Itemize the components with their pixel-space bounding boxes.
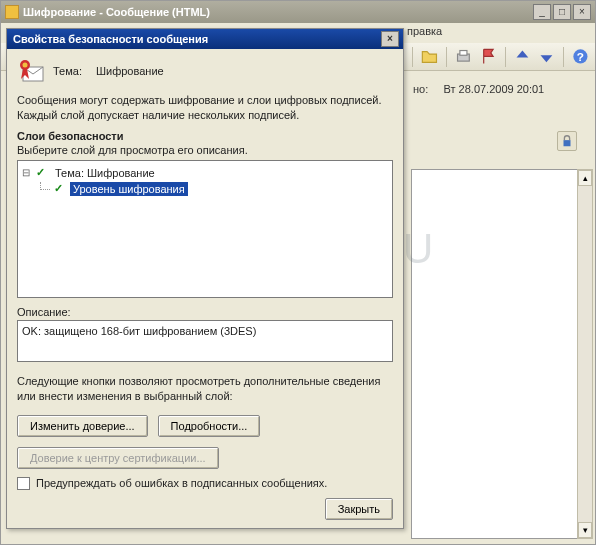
minimize-button[interactable]: _ (533, 4, 551, 20)
toolbar-separator (505, 47, 506, 67)
scroll-up-button[interactable]: ▴ (578, 170, 592, 186)
main-titlebar: Шифрование - Сообщение (HTML) _ □ × (1, 1, 595, 23)
scroll-down-button[interactable]: ▾ (578, 522, 592, 538)
date-value: Вт 28.07.2009 20:01 (444, 83, 545, 95)
checkmark-icon: ✓ (54, 182, 66, 195)
down-arrow-icon[interactable] (536, 46, 557, 68)
warn-errors-label: Предупреждать об ошибках в подписанных с… (36, 477, 327, 489)
dialog-info-text: Сообщения могут содержать шифрование и с… (17, 93, 393, 124)
tree-child-node[interactable]: ✓ Уровень шифрования (40, 181, 388, 197)
ribbon-envelope-icon (17, 57, 45, 85)
tree-root-node[interactable]: ⊟ ✓ Тема: Шифрование (22, 165, 388, 181)
help-icon[interactable]: ? (570, 46, 591, 68)
tree-expander-icon[interactable]: ⊟ (22, 167, 32, 178)
layers-instruction: Выберите слой для просмотра его описания… (17, 144, 393, 156)
lock-icon[interactable] (557, 131, 577, 151)
up-arrow-icon[interactable] (512, 46, 533, 68)
security-layers-tree[interactable]: ⊟ ✓ Тема: Шифрование ✓ Уровень шифровани… (17, 160, 393, 298)
security-properties-dialog: Свойства безопасности сообщения × Тема: … (6, 28, 404, 529)
checkmark-icon: ✓ (36, 166, 48, 179)
tree-connector-icon (40, 182, 50, 190)
dialog-close-button[interactable]: × (381, 31, 399, 47)
mail-app-icon (5, 5, 19, 19)
vertical-scrollbar[interactable]: ▴ ▾ (577, 169, 593, 539)
maximize-button[interactable]: □ (553, 4, 571, 20)
toolbar-separator (412, 47, 413, 67)
tema-label: Тема: (53, 65, 82, 77)
details-button[interactable]: Подробности... (158, 415, 261, 437)
main-window-title: Шифрование - Сообщение (HTML) (23, 6, 533, 18)
tree-child-label: Уровень шифрования (70, 182, 188, 196)
close-window-button[interactable]: × (573, 4, 591, 20)
change-trust-button[interactable]: Изменить доверие... (17, 415, 148, 437)
dialog-title: Свойства безопасности сообщения (13, 33, 381, 45)
warn-errors-checkbox[interactable] (17, 477, 30, 490)
tema-value: Шифрование (96, 65, 164, 77)
toolbar-separator (446, 47, 447, 67)
dialog-titlebar: Свойства безопасности сообщения × (7, 29, 403, 49)
description-label: Описание: (17, 306, 393, 318)
date-label: но: (413, 83, 428, 95)
reading-pane (411, 169, 587, 539)
folder-icon[interactable] (419, 46, 440, 68)
print-icon[interactable] (453, 46, 474, 68)
menu-item-edit[interactable]: правка (407, 25, 442, 37)
description-box: OK: защищено 168-бит шифрованием (3DES) (17, 320, 393, 362)
svg-point-9 (23, 63, 28, 68)
flag-icon[interactable] (478, 46, 499, 68)
svg-text:?: ? (577, 50, 584, 63)
buttons-hint-text: Следующие кнопки позволяют просмотреть д… (17, 374, 393, 405)
layers-section-title: Слои безопасности (17, 130, 393, 142)
ca-trust-button: Доверие к центру сертификации... (17, 447, 219, 469)
svg-rect-6 (564, 140, 571, 146)
description-value: OK: защищено 168-бит шифрованием (3DES) (22, 325, 256, 337)
close-button[interactable]: Закрыть (325, 498, 393, 520)
tree-root-label: Тема: Шифрование (52, 166, 158, 180)
toolbar-separator (563, 47, 564, 67)
svg-rect-3 (460, 51, 467, 56)
